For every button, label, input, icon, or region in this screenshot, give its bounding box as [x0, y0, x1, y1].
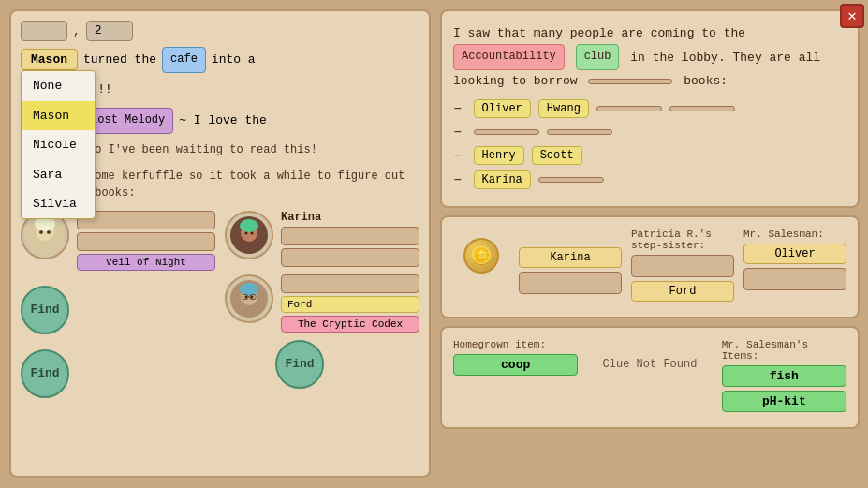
ford-field1[interactable]	[281, 274, 419, 293]
ford-middle-tag: Ford	[631, 281, 734, 302]
oliver-middle-tag: Oliver	[743, 244, 846, 264]
clue-column: Clue Not Found	[587, 339, 712, 416]
karina-field2[interactable]	[281, 248, 419, 267]
list-row-4: – Karina	[453, 170, 846, 189]
clue-not-found-text: Clue Not Found	[587, 339, 712, 371]
find-button-2[interactable]: Find	[21, 349, 69, 398]
list-row-1: – Oliver Hwang	[453, 99, 846, 118]
text3: looking to borrow	[453, 74, 578, 88]
char-col-right: Karina	[225, 211, 419, 398]
into-a-text: into a	[212, 49, 256, 70]
right-panel: I saw that many people are coming to the…	[440, 9, 860, 478]
text1: I saw that many people are coming to the	[453, 26, 745, 40]
find-row-2: Find	[21, 349, 215, 398]
dropdown-item-none[interactable]: None	[22, 71, 95, 100]
row1-empty2[interactable]	[669, 106, 735, 111]
svg-point-4	[47, 230, 51, 234]
char1-field1[interactable]	[77, 211, 215, 229]
text2: in the lobby. They are all	[630, 51, 820, 65]
right-top-text: I saw that many people are coming to the…	[453, 22, 846, 92]
patricia-empty1[interactable]	[631, 255, 734, 277]
karina-tag[interactable]: Karina	[474, 170, 531, 189]
char1-field2[interactable]	[77, 232, 215, 251]
find-row-3: Find	[275, 340, 419, 389]
right-bottom-section: Homegrown item: coop Clue Not Found Mr. …	[440, 326, 860, 429]
num-field-2[interactable]: 2	[86, 21, 133, 41]
right-top-section: I saw that many people are coming to the…	[440, 9, 860, 208]
find-button-3[interactable]: Find	[275, 340, 324, 389]
borrow-empty-tag[interactable]	[588, 79, 672, 84]
dropdown-item-sara[interactable]: Sara	[22, 160, 95, 189]
ford-book-tag: The Cryptic Codex	[281, 316, 419, 333]
row1-empty1[interactable]	[596, 106, 662, 111]
dash-2: –	[453, 124, 463, 140]
club-tag[interactable]: club	[576, 44, 620, 70]
homegrown-label: Homegrown item:	[453, 339, 578, 350]
char-col-left: Veil of Night Find Find	[21, 211, 215, 398]
character-grid: Veil of Night Find Find	[21, 211, 419, 398]
svg-point-9	[251, 231, 254, 234]
row2-empty2[interactable]	[547, 129, 612, 135]
dropdown-item-mason[interactable]: Mason	[22, 101, 95, 130]
ford-avatar	[225, 274, 273, 323]
salesman-label: Mr. Salesman:	[743, 229, 846, 240]
oliver-tag[interactable]: Oliver	[474, 99, 531, 118]
karina-name-label: Karina	[281, 211, 419, 224]
coin-column: 🪙	[453, 229, 509, 274]
coin-icon: 🪙	[463, 238, 499, 274]
char1-row: Veil of Night	[21, 211, 215, 271]
num-field-1[interactable]	[21, 21, 67, 41]
patricia-label: Patricia R.'s step-sister:	[631, 229, 734, 251]
list-row-3: – Henry Scott	[453, 146, 846, 165]
love-text: ~ I love the	[179, 110, 267, 131]
homegrown-column: Homegrown item: coop	[453, 339, 578, 416]
karina-left	[225, 211, 273, 259]
svg-point-7	[240, 219, 258, 232]
char1-book-tag: Veil of Night	[77, 254, 215, 271]
close-button[interactable]: ✕	[840, 4, 864, 28]
karina-field1[interactable]	[281, 227, 419, 245]
svg-point-13	[245, 295, 248, 298]
salesman-items-label: Mr. Salesman's Items:	[722, 339, 846, 362]
patricia-column: Patricia R.'s step-sister: Ford	[631, 229, 734, 305]
right-middle-section: 🪙 Karina Patricia R.'s step-sister: Ford…	[440, 215, 860, 318]
cafe-tag[interactable]: cafe	[162, 47, 206, 73]
ford-name-tag: Ford	[281, 296, 419, 313]
dropdown-menu: None Mason Nicole Sara Silvia	[21, 70, 96, 219]
scott-tag[interactable]: Scott	[532, 146, 582, 165]
salesman-empty[interactable]	[743, 268, 846, 290]
ford-fields: Ford The Cryptic Codex	[281, 274, 419, 333]
list-row-2: –	[453, 124, 846, 140]
dropdown-item-silvia[interactable]: Silvia	[22, 189, 95, 218]
dropdown-button[interactable]: Mason	[21, 49, 78, 70]
karina-column: Karina	[519, 229, 622, 298]
phkit-tag: pH-kit	[722, 391, 846, 412]
karina-empty[interactable]	[519, 272, 622, 294]
accountability-tag[interactable]: Accountability	[453, 44, 565, 70]
salesman-items-column: Mr. Salesman's Items: fish pH-kit	[722, 339, 846, 416]
dash-1: –	[453, 100, 463, 117]
henry-tag[interactable]: Henry	[474, 146, 524, 165]
hwang-tag[interactable]: Hwang	[538, 99, 589, 118]
ford-row: Ford The Cryptic Codex	[225, 274, 419, 333]
dash-4: –	[453, 171, 463, 188]
dash-3: –	[453, 147, 463, 164]
text4: books:	[684, 74, 728, 88]
svg-point-3	[39, 230, 43, 234]
fish-tag: fish	[722, 365, 846, 387]
left-panel: , 2 Mason None Mason Nicole Sara Silvia …	[9, 9, 431, 478]
karina-avatar	[225, 211, 273, 259]
karina-fields: Karina	[281, 211, 419, 267]
svg-point-8	[245, 231, 248, 234]
coop-tag: coop	[453, 354, 578, 376]
turned-text: turned the	[83, 49, 156, 70]
svg-point-12	[240, 283, 258, 296]
char1-fields: Veil of Night	[77, 211, 215, 271]
find-button-1[interactable]: Find	[21, 286, 69, 334]
row2-empty1[interactable]	[474, 129, 539, 135]
salesman-column: Mr. Salesman: Oliver	[743, 229, 846, 294]
character-dropdown[interactable]: Mason None Mason Nicole Sara Silvia	[21, 49, 78, 70]
top-row: , 2	[21, 21, 419, 41]
row4-empty[interactable]	[538, 177, 604, 183]
dropdown-item-nicole[interactable]: Nicole	[22, 130, 95, 159]
